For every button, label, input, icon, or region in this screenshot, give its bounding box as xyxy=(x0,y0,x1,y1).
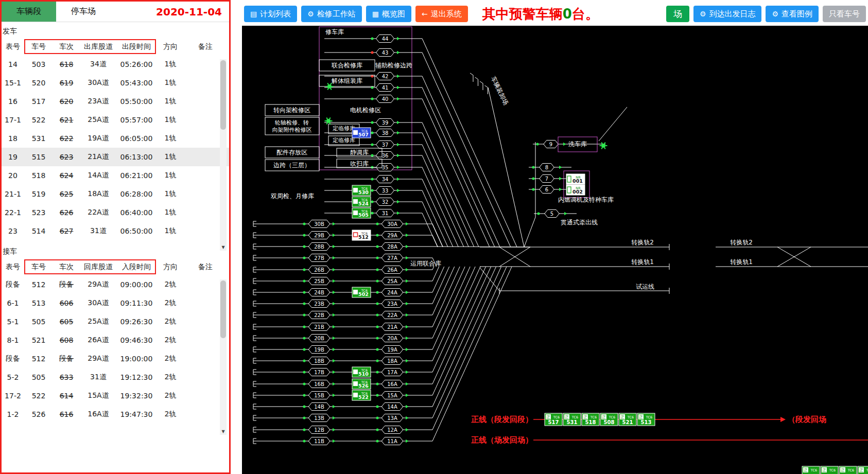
train-marker[interactable]: TC6522 xyxy=(352,390,371,400)
signal-dot xyxy=(371,189,373,191)
train-marker[interactable]: TC6507 xyxy=(352,128,371,138)
train-marker[interactable]: TC6505 xyxy=(352,208,371,218)
view-legend-button[interactable]: ⚙查看图例 xyxy=(766,6,819,22)
svg-text:502: 502 xyxy=(358,291,369,297)
track-line xyxy=(422,190,448,247)
yard-button[interactable]: 场 xyxy=(666,6,689,22)
table-row[interactable]: 5-150560525A道09:26:302轨 xyxy=(2,312,229,331)
diagram-label: 定临修库 xyxy=(333,125,355,132)
table-row[interactable]: 段备512段备29A道09:00:002轨 xyxy=(2,275,229,294)
signal-dot xyxy=(303,371,305,373)
train-marker[interactable]: TC6524 xyxy=(352,197,371,207)
table-cell: 512 xyxy=(24,355,53,363)
train-marker[interactable]: TC6512 xyxy=(352,230,371,240)
table-cell: 21-1 xyxy=(2,190,24,198)
track-number: 28B xyxy=(314,244,324,250)
table-cell: 1轨 xyxy=(156,189,185,199)
table-row[interactable]: 17-252261415A道19:32:302轨 xyxy=(2,387,229,405)
table-row[interactable]: 2351462731道06:50:001轨 xyxy=(2,222,229,240)
overview-button[interactable]: ▦概览图 xyxy=(366,6,411,22)
table-row[interactable]: 2051862414A道06:21:001轨 xyxy=(2,166,229,185)
diagram-label: 配件存放区 xyxy=(276,149,307,156)
arrive-scrollbar[interactable]: ▼ xyxy=(220,279,227,435)
table-row[interactable]: 15-152061930A道05:43:001轨 xyxy=(2,74,229,92)
mainline-train-marker[interactable]: 正TC6518 xyxy=(582,413,599,426)
mainline-train-marker[interactable]: 正TC6517 xyxy=(545,413,562,426)
signal-dot xyxy=(376,428,378,431)
train-marker[interactable]: TC6502 xyxy=(352,287,371,297)
scrollbar-thumb[interactable] xyxy=(220,280,226,338)
table-cell: 514 xyxy=(24,227,53,235)
button-label: 查看图例 xyxy=(782,9,812,19)
direction-arrow-icon xyxy=(333,279,336,283)
track-line xyxy=(480,268,499,291)
tab-parking-lot[interactable]: 停车场 xyxy=(56,2,111,22)
track-number: 33 xyxy=(382,188,389,194)
signal-dot xyxy=(376,222,378,225)
mainline-train-marker[interactable]: 正TC6521 xyxy=(619,413,636,426)
train-marker[interactable]: TC6526 xyxy=(352,379,371,389)
table-row[interactable]: 21-151962518A道06:28:001轨 xyxy=(2,185,229,203)
table-row[interactable]: 1651762023A道05:50:001轨 xyxy=(2,92,229,111)
mainline-train-marker[interactable]: 正TC6 xyxy=(802,466,820,474)
table-row[interactable]: 8-152160826A道09:46:302轨 xyxy=(2,331,229,349)
scroll-down-arrow[interactable]: ▼ xyxy=(220,244,227,251)
table-row[interactable]: 5-250563331道19:12:302轨 xyxy=(2,368,229,387)
table-cell: 6-1 xyxy=(2,299,24,307)
svg-text:526: 526 xyxy=(358,383,369,389)
table-cell: 06:13:00 xyxy=(117,153,156,161)
mainline-train-marker[interactable]: 正TC6 xyxy=(839,466,857,474)
train-marker[interactable]: TC6530 xyxy=(352,185,371,196)
signal-dot xyxy=(303,440,305,442)
current-date: 2020-11-04 xyxy=(156,2,229,22)
table-row[interactable]: 1853162219A道06:05:001轨 xyxy=(2,129,229,148)
warning-count: 0 xyxy=(563,6,572,22)
signal-dot xyxy=(536,143,539,145)
table-cell: 15A道 xyxy=(80,391,117,400)
table-cell: 620 xyxy=(53,97,80,106)
table-row[interactable]: 1951562321A道06:13:001轨 xyxy=(2,148,229,166)
table-row[interactable]: 22-152362622A道06:40:001轨 xyxy=(2,203,229,222)
plan-list-button[interactable]: ▤计划列表 xyxy=(244,6,297,22)
only-train-number-button[interactable]: 只看车号 xyxy=(823,6,866,22)
svg-text:正: 正 xyxy=(546,415,550,419)
track-number: 21B xyxy=(314,324,324,330)
track-number: 16B xyxy=(314,381,324,387)
mainline-train-marker[interactable]: 正TC6531 xyxy=(563,413,581,426)
table-cell: 05:57:00 xyxy=(117,116,156,124)
signal-dot xyxy=(303,405,305,408)
train-marker[interactable]: NR002 xyxy=(566,185,585,195)
table-row[interactable]: 段备512段备29A道19:00:002轨 xyxy=(2,349,229,368)
track-number: 15A xyxy=(387,393,397,398)
exit-system-button[interactable]: ←退出系统 xyxy=(415,6,468,22)
table-cell: 605 xyxy=(53,318,80,326)
table-row[interactable]: 1-252661616A道19:47:302轨 xyxy=(2,405,229,424)
gear-icon: ⚙ xyxy=(307,10,314,17)
table-cell: 14 xyxy=(2,60,24,68)
mainline-train-marker[interactable]: 正TC6 xyxy=(858,466,868,474)
maintenance-workstation-button[interactable]: ⚙检修工作站 xyxy=(301,6,362,22)
train-marker[interactable]: TC6510 xyxy=(352,367,371,377)
mainline-train-marker[interactable]: 正TC6513 xyxy=(637,413,655,426)
signal-dot xyxy=(376,234,378,236)
signal-dot xyxy=(371,143,373,146)
scrollbar-thumb[interactable] xyxy=(220,60,226,130)
tab-depot[interactable]: 车辆段 xyxy=(2,2,56,22)
table-cell: 29A道 xyxy=(80,280,117,289)
arrive-depart-log-button[interactable]: ⚙到达出发日志 xyxy=(693,6,762,22)
scroll-down-arrow[interactable]: ▼ xyxy=(220,428,227,435)
mainline-train-marker[interactable]: 正TC6508 xyxy=(600,413,618,426)
table-cell: 623 xyxy=(53,153,80,161)
table-row[interactable]: 17-152262125A道05:57:001轨 xyxy=(2,111,229,129)
table-row[interactable]: 6-151360630A道09:11:302轨 xyxy=(2,294,229,312)
table-cell: 23A道 xyxy=(80,97,117,106)
train-marker[interactable]: NR001 xyxy=(566,174,585,184)
table-cell: 段备 xyxy=(2,354,24,363)
mainline-train-marker[interactable]: 正TC6 xyxy=(821,466,838,474)
svg-text:531: 531 xyxy=(567,419,578,425)
direction-arrow-icon xyxy=(406,348,409,351)
depart-scrollbar[interactable]: ▼ xyxy=(220,59,227,251)
table-row[interactable]: 1450361834道05:26:001轨 xyxy=(2,55,229,74)
svg-text:正: 正 xyxy=(639,415,643,419)
svg-text:TC6: TC6 xyxy=(866,468,868,472)
